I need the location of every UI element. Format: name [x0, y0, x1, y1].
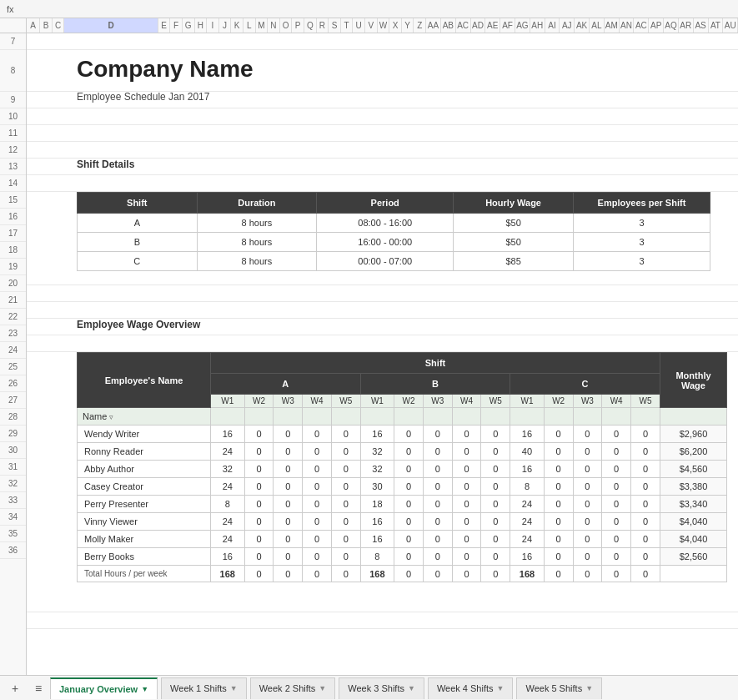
sheet-menu-button[interactable]: ≡: [27, 678, 50, 698]
monthly-wage-cell: $4,560: [660, 461, 727, 478]
row-19: [27, 285, 738, 302]
wage-employee-row: Wendy Writer160000160000160000$2,960: [78, 426, 727, 443]
wage-employee-row: Vinny Viewer240000160000240000$4,040: [78, 513, 727, 531]
employee-name-cell: Casey Creator: [78, 478, 211, 496]
shift-header-period: Period: [317, 193, 454, 214]
wage-table: Employee's Name Shift Monthly Wage ABC W…: [77, 352, 727, 582]
shift-row: A8 hours08:00 - 16:00$503: [78, 214, 710, 233]
sheet-tab-january-overview[interactable]: January Overview ▼: [50, 677, 158, 699]
wage-header-monthly: Monthly Wage: [660, 353, 727, 408]
monthly-wage-cell: $4,040: [660, 531, 727, 548]
tab-bar: + ≡ January Overview ▼Week 1 Shifts ▼Wee…: [0, 675, 738, 700]
monthly-wage-cell: $2,560: [660, 548, 727, 566]
wage-col-label-row: Name ▿: [78, 408, 727, 426]
row-21: Employee Wage Overview: [27, 319, 738, 335]
employee-name-cell: Abby Author: [78, 461, 211, 478]
sheet-tab-week-5-shifts[interactable]: Week 5 Shifts ▼: [516, 677, 602, 699]
wage-totals-row: Total Hours / per week168000016800001680…: [78, 566, 727, 582]
employee-name-cell: Vinny Viewer: [78, 513, 211, 531]
wage-employee-row: Ronny Reader240000320000400000$6,200: [78, 443, 727, 461]
monthly-wage-cell: $6,200: [660, 443, 727, 461]
employee-name-cell: Perry Presenter: [78, 496, 211, 513]
row-13: Shift Details: [27, 159, 738, 175]
row-9: Employee Schedule Jan 2017: [27, 92, 738, 108]
row-numbers: 7 8 9 10 11 12 13 14 15 16 17 18 19 20 2…: [0, 33, 27, 675]
wage-employee-row: Abby Author320000320000160000$4,560: [78, 461, 727, 478]
shift-row: C8 hours00:00 - 07:00$853: [78, 252, 710, 271]
row-11: [27, 125, 738, 142]
row-8: Company Name: [27, 50, 738, 92]
subtitle: Employee Schedule Jan 2017: [77, 91, 209, 103]
row-10: [27, 108, 738, 125]
employee-name-cell: Wendy Writer: [78, 426, 211, 443]
col-header-b[interactable]: B: [40, 18, 53, 33]
row-20: [27, 302, 738, 319]
col-header-d[interactable]: D: [64, 18, 158, 33]
row-36: [27, 612, 738, 629]
row-7: [27, 33, 738, 50]
wage-overview-title: Employee Wage Overview: [77, 319, 200, 330]
row-22: [27, 335, 738, 352]
name-column-label: Name ▿: [78, 408, 211, 426]
monthly-wage-cell: $4,040: [660, 513, 727, 531]
sheet-tab-week-1-shifts[interactable]: Week 1 Shifts ▼: [161, 677, 247, 699]
monthly-wage-cell: $3,340: [660, 496, 727, 513]
monthly-wage-cell: $2,960: [660, 426, 727, 443]
monthly-wage-cell: $3,380: [660, 478, 727, 496]
shift-header-employees: Employees per Shift: [573, 193, 710, 214]
employee-name-cell: Molly Maker: [78, 531, 211, 548]
sheet-tab-week-3-shifts[interactable]: Week 3 Shifts ▼: [339, 677, 424, 699]
row-35: [27, 596, 738, 612]
company-name: Company Name: [77, 56, 254, 83]
add-sheet-button[interactable]: +: [3, 678, 27, 698]
spreadsheet-grid: 7 8 9 10 11 12 13 14 15 16 17 18 19 20 2…: [0, 33, 738, 675]
shift-table: Shift Duration Period Hourly Wage Employ…: [77, 192, 710, 271]
content-area: Company Name Employee Schedule Jan 2017 …: [27, 33, 738, 675]
row-14: [27, 175, 738, 192]
employee-name-cell: Berry Books: [78, 548, 211, 566]
formula-bar-content: fx: [7, 4, 14, 14]
shift-table-container: Shift Duration Period Hourly Wage Employ…: [27, 192, 738, 285]
sheet-tab-week-4-shifts[interactable]: Week 4 Shifts ▼: [428, 677, 514, 699]
sheet-tab-week-2-shifts[interactable]: Week 2 Shifts ▼: [250, 677, 336, 699]
wage-employee-row: Perry Presenter80000180000240000$3,340: [78, 496, 727, 513]
wage-header-name: Employee's Name: [78, 353, 211, 408]
wage-employee-row: Casey Creator24000030000080000$3,380: [78, 478, 727, 496]
row-12: [27, 142, 738, 159]
formula-bar: fx: [0, 0, 738, 18]
shift-details-title: Shift Details: [77, 159, 134, 170]
shift-header-wage: Hourly Wage: [454, 193, 574, 214]
shift-row: B8 hours16:00 - 00:00$503: [78, 233, 710, 252]
wage-header-shift: Shift: [211, 353, 660, 374]
wage-table-container: Employee's Name Shift Monthly Wage ABC W…: [27, 352, 738, 582]
col-header-c[interactable]: C: [53, 18, 65, 33]
shift-header-duration: Duration: [197, 193, 317, 214]
col-header-a[interactable]: A: [27, 18, 40, 33]
column-headers: A B C D E F G H I J K L M N O P Q R S T …: [0, 18, 738, 33]
shift-header-shift: Shift: [78, 193, 198, 214]
employee-name-cell: Ronny Reader: [78, 443, 211, 461]
wage-employee-row: Berry Books16000080000160000$2,560: [78, 548, 727, 566]
wage-employee-row: Molly Maker240000160000240000$4,040: [78, 531, 727, 548]
